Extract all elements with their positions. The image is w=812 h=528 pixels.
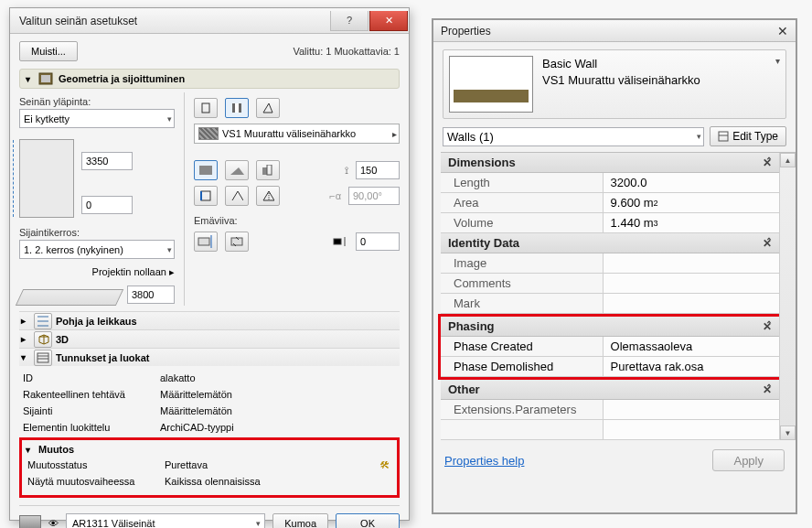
project-zero-label[interactable]: Projektin nollaan ▸ <box>92 266 175 278</box>
properties-panel: Properties ✕ Basic Wall VS1 Muurattu väl… <box>432 18 797 514</box>
properties-titlebar: Properties ✕ <box>433 20 796 42</box>
title: Valitun seinän asetukset <box>19 15 330 27</box>
refline-pos-2[interactable] <box>225 186 249 206</box>
collapse-icon[interactable]: ✕̂ <box>763 320 772 333</box>
svg-rect-14 <box>334 239 341 244</box>
svg-rect-4 <box>235 103 239 113</box>
geometry-icon <box>38 72 53 85</box>
type-thumbnail <box>449 56 533 113</box>
selection-info: Valittu: 1 Muokattavia: 1 <box>293 46 400 57</box>
renovation-show-row[interactable]: Näytä muutosvaiheessa Kaikissa olennaisi… <box>24 473 395 490</box>
collapse-icon[interactable]: ✕̂ <box>763 156 772 169</box>
profile-3[interactable] <box>256 160 280 180</box>
material-select[interactable]: VS1 Muurattu väliseinäharkko ▸ <box>194 124 400 144</box>
refline-label: Emäviiva: <box>194 215 400 226</box>
accordion-tags[interactable]: ▾ Tunnukset ja luokat <box>19 348 400 366</box>
close-icon[interactable]: ✕ <box>777 24 788 38</box>
renovation-group-highlight: ▾Muutos Muutosstatus Purettava 🛠 Näytä m… <box>19 437 400 498</box>
help-button[interactable]: ? <box>330 11 369 31</box>
height-input[interactable]: 3350 <box>81 152 133 170</box>
category-dimensions[interactable]: Dimensions✕̂ <box>441 153 779 173</box>
accordion-floor-section[interactable]: ▸ Pohja ja leikkaus <box>19 311 400 329</box>
layer-select[interactable]: AR1311 Väliseinät▾ <box>66 513 265 528</box>
refline-offset-input[interactable]: 0 <box>356 232 400 251</box>
properties-help-link[interactable]: Properties help <box>444 454 524 468</box>
table-row[interactable]: IDalakatto <box>19 370 400 386</box>
refline-side-1[interactable] <box>194 232 218 252</box>
collapse-icon[interactable]: ✕̂ <box>763 237 772 250</box>
table-row[interactable]: Rakenteellinen tehtäväMäärittelemätön <box>19 386 400 403</box>
geometry-method-3[interactable] <box>256 98 280 118</box>
properties-grid: Dimensions✕̂ Length3200.0 Area9.600 m2 V… <box>441 152 796 440</box>
svg-rect-7 <box>267 165 272 175</box>
scroll-up-icon[interactable]: ▲ <box>780 153 796 167</box>
refline-offset-icon <box>332 235 348 248</box>
svg-rect-6 <box>262 167 267 175</box>
scroll-down-icon[interactable]: ▼ <box>780 426 796 440</box>
geometry-method-2[interactable] <box>225 98 249 118</box>
filter-combo[interactable]: Walls (1)▾ <box>443 127 704 146</box>
svg-rect-8 <box>201 191 210 200</box>
edit-type-button[interactable]: Edit Type <box>710 126 786 146</box>
prop-area[interactable]: Area9.600 m2 <box>441 193 779 213</box>
collapse-icon[interactable]: ✕̂ <box>763 383 772 396</box>
home-story-combo[interactable]: 1. 2. kerros (nykyinen)▾ <box>19 240 175 259</box>
svg-rect-11 <box>198 238 209 245</box>
profile-2[interactable] <box>225 160 249 180</box>
renovation-header[interactable]: ▾Muutos <box>24 442 395 457</box>
ok-button[interactable]: OK <box>336 513 400 528</box>
angle-icon: ⌐α <box>329 190 341 201</box>
prop-image[interactable]: Image <box>441 253 779 274</box>
refline-pos-1[interactable] <box>194 186 218 206</box>
home-story-label: Sijaintikerros: <box>19 227 175 238</box>
phasing-group-highlight: Phasing✕̂ Phase CreatedOlemassaoleva Pha… <box>438 314 782 380</box>
category-other[interactable]: Other✕̂ <box>441 380 779 400</box>
accordion-3d[interactable]: ▸ 3D <box>19 329 400 348</box>
thickness-icon: ⟟ <box>345 165 348 177</box>
profile-1[interactable] <box>194 160 218 180</box>
properties-title: Properties <box>441 25 491 38</box>
cube-icon <box>34 331 52 348</box>
angle-input: 90,00° <box>348 187 400 205</box>
refline-flip[interactable] <box>225 232 249 252</box>
prop-extensions[interactable]: Extensions.Parameters <box>441 400 779 420</box>
base-offset-input[interactable]: 0 <box>81 196 133 214</box>
svg-rect-1 <box>41 75 50 82</box>
table-row[interactable]: Elementin luokitteluArchiCAD-tyyppi <box>19 419 400 436</box>
prop-phase-demolished[interactable]: Phase DemolishedPurettava rak.osa <box>441 357 779 377</box>
scrollbar[interactable]: ▲▼ <box>779 153 796 440</box>
category-phasing[interactable]: Phasing✕̂ <box>441 317 779 337</box>
type-family: Basic Wall <box>542 56 700 72</box>
visibility-icon[interactable]: 👁 <box>48 518 59 528</box>
close-button[interactable]: ✕ <box>369 11 408 31</box>
wall-preview <box>19 139 74 218</box>
wall-settings-dialog: Valitun seinän asetukset ? ✕ Muisti... V… <box>9 7 410 521</box>
tags-table: IDalakatto Rakenteellinen tehtäväMääritt… <box>19 370 400 436</box>
geometry-method-1[interactable] <box>194 98 218 118</box>
category-identity[interactable]: Identity Data✕̂ <box>441 233 779 253</box>
titlebar: Valitun seinän asetukset ? ✕ <box>10 8 409 34</box>
top-link-combo[interactable]: Ei kytketty▾ <box>19 109 175 128</box>
thickness-input[interactable]: 150 <box>356 161 400 179</box>
apply-button[interactable]: Apply <box>712 449 785 471</box>
prop-mark[interactable]: Mark <box>441 294 779 314</box>
section-geometry[interactable]: ▾ Geometria ja sijoittuminen <box>19 69 400 89</box>
prop-phase-created[interactable]: Phase CreatedOlemassaoleva <box>441 337 779 357</box>
prop-comments[interactable]: Comments <box>441 274 779 294</box>
type-selector[interactable]: Basic Wall VS1 Muurattu väliseinäharkko … <box>443 49 786 119</box>
prop-empty <box>441 420 779 440</box>
renovation-status-row[interactable]: Muutosstatus Purettava 🛠 <box>24 457 395 473</box>
favorites-button[interactable]: Muisti... <box>19 41 78 61</box>
cancel-button[interactable]: Kumoa <box>272 513 328 528</box>
table-row[interactable]: SijaintiMäärittelemätön <box>19 403 400 419</box>
top-link-label: Seinän yläpinta: <box>19 96 175 107</box>
prop-length[interactable]: Length3200.0 <box>441 173 779 193</box>
dialog-footer: 👁 AR1311 Väliseinät▾ Kumoa OK <box>19 505 400 528</box>
floor-section-icon <box>34 313 52 329</box>
edit-type-icon <box>718 131 729 142</box>
layer-swatch[interactable] <box>19 515 41 528</box>
prop-volume[interactable]: Volume1.440 m3 <box>441 213 779 233</box>
demolish-icon: 🛠 <box>373 459 395 470</box>
refline-pos-3[interactable] <box>256 186 280 206</box>
project-zero-input[interactable]: 3800 <box>127 286 175 304</box>
